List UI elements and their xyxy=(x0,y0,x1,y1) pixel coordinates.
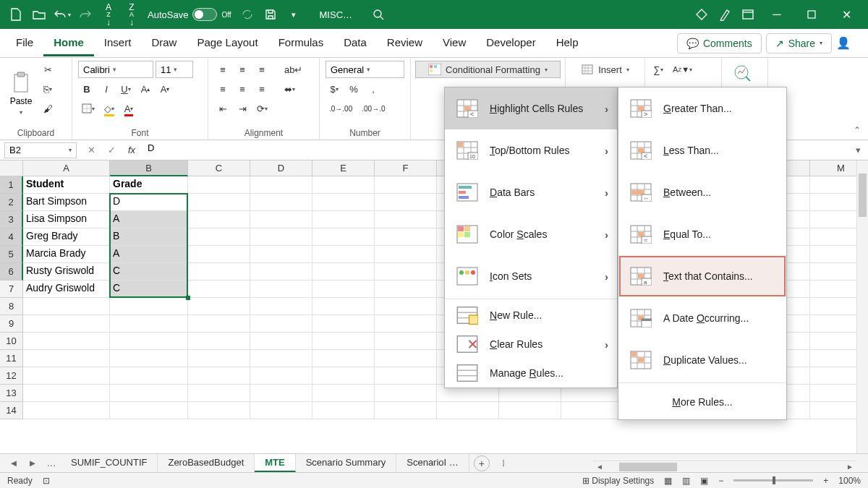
vertical-scrollbar[interactable] xyxy=(856,160,868,453)
menu-equal-to[interactable]: = Equal To... xyxy=(618,213,786,255)
cell[interactable]: Student xyxy=(23,176,110,194)
percent-button[interactable]: % xyxy=(345,80,362,98)
account-icon[interactable]: 👤 xyxy=(836,36,862,50)
cell[interactable] xyxy=(188,263,250,281)
row-header[interactable]: 5 xyxy=(0,246,23,263)
cell[interactable] xyxy=(110,402,188,419)
sheet-nav-prev[interactable]: ◄ xyxy=(4,458,23,468)
zoom-slider[interactable] xyxy=(733,479,813,481)
sheet-tab[interactable]: SUMIF_COUNTIF xyxy=(61,454,158,472)
cell[interactable] xyxy=(312,367,375,385)
cell[interactable] xyxy=(312,176,375,194)
col-header[interactable]: C xyxy=(188,160,250,176)
increase-font-button[interactable]: A▴ xyxy=(137,80,154,98)
cell[interactable] xyxy=(250,194,312,211)
align-top-button[interactable]: ≡ xyxy=(214,61,231,78)
tab-draw[interactable]: Draw xyxy=(141,30,187,56)
tab-formulas[interactable]: Formulas xyxy=(268,30,334,56)
cell[interactable] xyxy=(188,211,250,228)
cell[interactable] xyxy=(23,385,110,402)
underline-button[interactable]: U▾ xyxy=(117,80,135,98)
col-header[interactable]: B xyxy=(110,160,188,176)
cell[interactable] xyxy=(250,281,312,298)
cell[interactable] xyxy=(250,315,312,333)
cell[interactable] xyxy=(188,402,250,419)
cell[interactable] xyxy=(312,211,375,228)
cell[interactable] xyxy=(23,333,110,350)
cell[interactable]: C xyxy=(110,281,188,298)
align-left-button[interactable]: ≡ xyxy=(214,80,231,98)
tab-data[interactable]: Data xyxy=(333,30,377,56)
cell[interactable] xyxy=(375,281,437,298)
minimize-button[interactable]: ─ xyxy=(760,0,794,29)
borders-button[interactable]: ▾ xyxy=(78,100,98,117)
row-header[interactable]: 11 xyxy=(0,350,23,367)
tab-developer[interactable]: Developer xyxy=(476,30,545,56)
qat-more-icon[interactable]: ▾ xyxy=(282,3,305,26)
increase-decimal-button[interactable]: .0→.00 xyxy=(326,100,356,117)
tab-help[interactable]: Help xyxy=(546,30,589,56)
menu-less-than[interactable]: < Less Than... xyxy=(618,129,786,171)
align-right-button[interactable]: ≡ xyxy=(253,80,271,98)
maximize-button[interactable] xyxy=(794,0,829,29)
col-header[interactable]: A xyxy=(23,160,110,176)
select-all-corner[interactable] xyxy=(0,160,23,176)
menu-new-rule[interactable]: New Rule... xyxy=(445,301,617,330)
sheet-nav-more[interactable]: … xyxy=(42,458,61,468)
cell[interactable] xyxy=(375,246,437,263)
close-button[interactable]: ✕ xyxy=(829,0,864,29)
row-header[interactable]: 8 xyxy=(0,298,23,315)
sort-filter-button[interactable]: AZ▼▾ xyxy=(669,61,696,78)
cell[interactable]: C xyxy=(110,263,188,281)
new-file-icon[interactable] xyxy=(4,3,27,26)
cell[interactable] xyxy=(23,298,110,315)
bold-button[interactable]: B xyxy=(78,80,95,98)
cell[interactable] xyxy=(375,211,437,228)
tab-insert[interactable]: Insert xyxy=(94,30,142,56)
cell[interactable]: Lisa Simpson xyxy=(23,211,110,228)
cell[interactable] xyxy=(375,367,437,385)
enter-formula-button[interactable]: ✓ xyxy=(101,142,122,158)
conditional-formatting-button[interactable]: Conditional Formatting▾ xyxy=(415,61,561,78)
menu-date-occurring[interactable]: A Date Occurring... xyxy=(618,297,786,339)
share-button[interactable]: ↗Share▾ xyxy=(766,33,832,53)
menu-greater-than[interactable]: > Greater Than... xyxy=(618,87,786,129)
window-icon[interactable] xyxy=(736,3,760,26)
decrease-font-button[interactable]: A▾ xyxy=(156,80,174,98)
cell[interactable] xyxy=(23,367,110,385)
tab-view[interactable]: View xyxy=(433,30,476,56)
cell[interactable] xyxy=(375,333,437,350)
cell[interactable] xyxy=(312,228,375,246)
cell[interactable] xyxy=(375,228,437,246)
open-icon[interactable] xyxy=(27,3,51,26)
cell[interactable] xyxy=(188,315,250,333)
col-header[interactable]: F xyxy=(375,160,437,176)
menu-color-scales[interactable]: Color Scales › xyxy=(445,213,617,255)
sheet-tab[interactable]: ZeroBasedBudget xyxy=(158,454,255,472)
paste-button[interactable]: Paste▾ xyxy=(6,61,36,127)
tab-file[interactable]: File xyxy=(6,30,43,56)
wrap-text-button[interactable]: ab↵ xyxy=(281,61,306,78)
cell[interactable]: A xyxy=(110,246,188,263)
cell[interactable] xyxy=(110,385,188,402)
cell[interactable]: Bart Simpson xyxy=(23,194,110,211)
cell[interactable] xyxy=(250,246,312,263)
row-header[interactable]: 14 xyxy=(0,402,23,419)
menu-highlight-cells-rules[interactable]: < Highlight Cells Rules › xyxy=(445,87,617,129)
row-header[interactable]: 3 xyxy=(0,211,23,228)
align-center-button[interactable]: ≡ xyxy=(234,80,251,98)
cell[interactable] xyxy=(23,315,110,333)
cell[interactable] xyxy=(312,350,375,367)
cell[interactable]: Marcia Brady xyxy=(23,246,110,263)
col-header[interactable]: D xyxy=(250,160,312,176)
cell[interactable] xyxy=(375,402,437,419)
menu-icon-sets[interactable]: Icon Sets › xyxy=(445,255,617,297)
cell[interactable] xyxy=(312,315,375,333)
zoom-out-button[interactable]: − xyxy=(718,476,723,486)
cell[interactable] xyxy=(250,176,312,194)
fx-button[interactable]: fx xyxy=(122,142,142,158)
horizontal-scrollbar[interactable]: ◄► xyxy=(593,461,856,472)
font-color-button[interactable]: A▾ xyxy=(120,100,137,117)
sync-icon[interactable] xyxy=(236,3,259,26)
redo-icon[interactable] xyxy=(74,3,97,26)
